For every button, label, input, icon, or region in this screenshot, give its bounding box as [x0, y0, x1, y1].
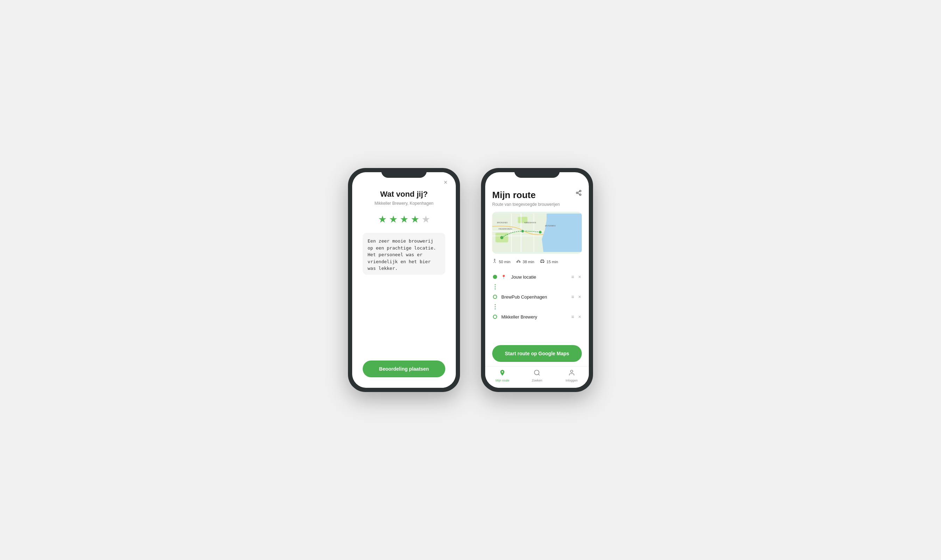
dot-small-3 — [494, 288, 496, 289]
nav-route-icon — [499, 369, 506, 378]
stop-indicator-2 — [492, 315, 498, 319]
route-title: Mijn route — [492, 190, 536, 200]
walk-icon — [492, 258, 497, 265]
svg-point-14 — [500, 236, 504, 239]
stop-remove-button-1[interactable]: × — [578, 294, 582, 300]
dot-small-5 — [494, 306, 496, 307]
stop-actions-1: ≡ × — [571, 294, 582, 300]
walk-time: 50 min — [499, 260, 510, 264]
stop-brewpub: BrewPub Copenhagen ≡ × — [492, 291, 582, 303]
stop-remove-button-2[interactable]: × — [578, 314, 582, 320]
phones-container: × Wat vond jij? Mikkeller Brewery, Kopen… — [348, 168, 593, 392]
travel-times: 50 min 38 min — [492, 258, 582, 265]
svg-point-29 — [570, 370, 573, 373]
screen-route: Mijn route Route van toegevoegde brouwer… — [485, 172, 589, 388]
svg-point-16 — [539, 231, 542, 234]
star-4[interactable]: ★ — [411, 214, 419, 225]
star-rating[interactable]: ★ ★ ★ ★ ★ — [378, 214, 430, 225]
stop-actions-0: ≡ × — [571, 274, 582, 280]
review-modal: × Wat vond jij? Mikkeller Brewery, Kopen… — [352, 172, 456, 388]
dot-small-2 — [494, 286, 496, 287]
nav-route-label: Mijn route — [496, 379, 510, 382]
stop-dot-outline-2 — [493, 315, 497, 319]
travel-walking: 50 min — [492, 258, 510, 265]
nav-search-icon — [533, 369, 541, 378]
svg-point-21 — [494, 259, 495, 260]
close-button[interactable]: × — [444, 179, 447, 186]
modal-subtitle: Mikkeller Brewery, Kopenhagen — [374, 201, 434, 206]
route-stops: 📍 Jouw locatie ≡ × — [492, 271, 582, 341]
nav-item-search[interactable]: Zoeken — [520, 369, 554, 382]
start-route-button[interactable]: Start route op Google Maps — [492, 345, 582, 362]
notch-2 — [514, 168, 560, 178]
dot-small-1 — [494, 284, 496, 285]
svg-point-15 — [521, 229, 524, 233]
connector-0-1 — [492, 283, 582, 291]
svg-text:ØSTERBRO: ØSTERBRO — [545, 225, 556, 227]
svg-text:FREDERIKSBERG: FREDERIKSBERG — [499, 228, 512, 230]
stop-reorder-button-2[interactable]: ≡ — [571, 314, 575, 320]
stop-reorder-button-1[interactable]: ≡ — [571, 294, 575, 300]
svg-line-4 — [578, 191, 579, 192]
nav-login-label: Inloggen — [565, 379, 578, 382]
notch-1 — [381, 168, 427, 178]
stop-indicator-0 — [492, 275, 498, 279]
svg-text:KØBENHAVN: KØBENHAVN — [524, 222, 536, 224]
screen-review: × Wat vond jij? Mikkeller Brewery, Kopen… — [352, 172, 456, 388]
bike-time: 38 min — [523, 260, 534, 264]
travel-driving: 15 min — [540, 258, 558, 265]
car-icon — [540, 258, 545, 265]
connector-dots-1 — [492, 303, 498, 310]
route-content: Mijn route Route van toegevoegde brouwer… — [485, 172, 589, 366]
nav-item-route[interactable]: Mijn route — [485, 369, 520, 382]
stop-label-2: Mikkeller Brewery — [501, 314, 567, 320]
svg-marker-6 — [542, 214, 582, 252]
star-5[interactable]: ★ — [422, 214, 430, 225]
car-time: 15 min — [547, 260, 558, 264]
stop-mikkeller: Mikkeller Brewery ≡ × — [492, 311, 582, 323]
stop-reorder-button-0[interactable]: ≡ — [571, 274, 575, 280]
route-description: Route van toegevoegde brouwerijen — [492, 202, 582, 207]
svg-point-27 — [534, 370, 539, 375]
stop-actions-2: ≡ × — [571, 314, 582, 320]
location-pin-icon: 📍 — [501, 275, 506, 279]
nav-search-label: Zoeken — [532, 379, 542, 382]
bottom-navigation: Mijn route Zoeken — [485, 366, 589, 388]
stop-label-1: BrewPub Copenhagen — [501, 294, 567, 300]
modal-title: Wat vond jij? — [380, 190, 428, 199]
bike-icon — [516, 258, 521, 265]
share-icon[interactable] — [576, 190, 582, 197]
phone-route: Mijn route Route van toegevoegde brouwer… — [481, 168, 593, 392]
nav-item-login[interactable]: Inloggen — [554, 369, 589, 382]
star-1[interactable]: ★ — [378, 214, 387, 225]
dot-small-4 — [494, 304, 496, 305]
phone-review: × Wat vond jij? Mikkeller Brewery, Kopen… — [348, 168, 460, 392]
stop-indicator-1 — [492, 295, 498, 299]
svg-text:BRONSHØJ: BRONSHØJ — [497, 222, 508, 224]
route-header: Mijn route — [492, 190, 582, 200]
connector-1-2 — [492, 303, 582, 311]
route-map[interactable]: BRONSHØJ FREDERIKSBERG KØBENHAVN ØSTERBR… — [492, 212, 582, 254]
review-textarea[interactable]: Een zeer mooie brouwerij op een prachtig… — [363, 233, 445, 275]
stop-dot-filled-0 — [493, 275, 497, 279]
stop-remove-button-0[interactable]: × — [578, 274, 582, 280]
connector-dots-0 — [492, 283, 498, 290]
star-3[interactable]: ★ — [400, 214, 408, 225]
travel-cycling: 38 min — [516, 258, 534, 265]
nav-login-icon — [568, 369, 575, 378]
dot-small-6 — [494, 308, 496, 309]
stop-your-location: 📍 Jouw locatie ≡ × — [492, 271, 582, 283]
svg-line-3 — [578, 193, 579, 194]
stop-dot-outline-1 — [493, 295, 497, 299]
submit-review-button[interactable]: Beoordeling plaatsen — [363, 360, 445, 377]
stop-label-0: Jouw locatie — [511, 274, 567, 280]
svg-line-28 — [538, 374, 540, 375]
star-2[interactable]: ★ — [389, 214, 398, 225]
